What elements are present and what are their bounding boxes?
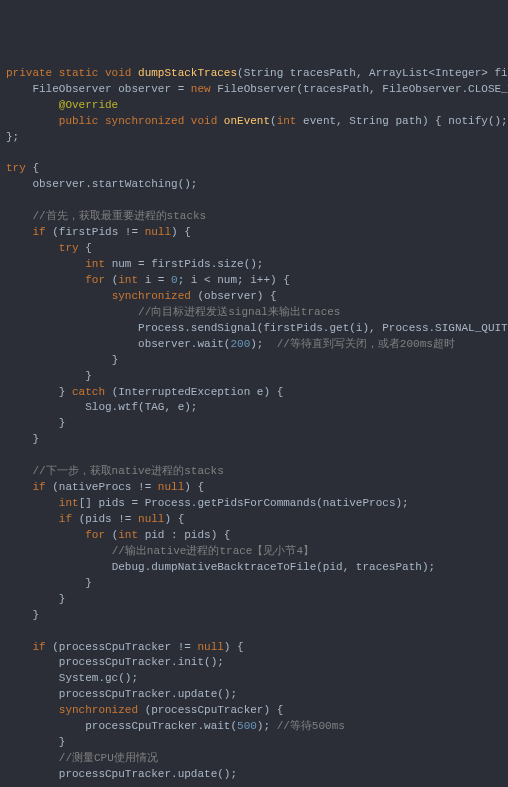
code-line[interactable]: if (firstPids != null) { xyxy=(6,225,508,241)
code-line[interactable]: } xyxy=(6,735,508,751)
indent xyxy=(6,433,32,445)
code-line[interactable]: } xyxy=(6,416,508,432)
token-id: Slog.wtf(TAG, e); xyxy=(85,401,197,413)
token-id: } xyxy=(85,577,92,589)
token-id: ) { xyxy=(164,513,184,525)
token-id: } xyxy=(112,354,119,366)
token-id: } xyxy=(59,386,72,398)
code-line[interactable]: FileObserver observer = new FileObserver… xyxy=(6,82,508,98)
code-line[interactable]: processCpuTracker.init(); xyxy=(6,655,508,671)
token-id: i = xyxy=(145,274,171,286)
indent xyxy=(6,656,59,668)
indent xyxy=(6,641,32,653)
code-line[interactable]: } xyxy=(6,369,508,385)
token-id: } xyxy=(59,417,66,429)
code-line[interactable]: //向目标进程发送signal来输出traces xyxy=(6,305,508,321)
token-kw: for xyxy=(85,529,111,541)
code-line[interactable]: Slog.wtf(TAG, e); xyxy=(6,400,508,416)
token-kw: if xyxy=(32,481,52,493)
code-line[interactable]: Debug.dumpNativeBacktraceToFile(pid, tra… xyxy=(6,560,508,576)
token-id: Process.sendSignal(firstPids.get(i), Pro… xyxy=(138,322,508,334)
code-line[interactable] xyxy=(6,783,508,787)
token-kw: null xyxy=(197,641,223,653)
code-line[interactable]: for (int pid : pids) { xyxy=(6,528,508,544)
code-line[interactable] xyxy=(6,624,508,640)
code-line[interactable]: //下一步，获取native进程的stacks xyxy=(6,464,508,480)
token-ann: @Override xyxy=(59,99,118,111)
token-cm: //测量CPU使用情况 xyxy=(59,752,158,764)
code-line[interactable] xyxy=(6,448,508,464)
indent xyxy=(6,354,112,366)
token-id: } xyxy=(32,609,39,621)
code-line[interactable]: }; xyxy=(6,130,508,146)
code-line[interactable]: observer.startWatching(); xyxy=(6,177,508,193)
indent xyxy=(6,752,59,764)
code-line[interactable]: //输出native进程的trace【见小节4】 xyxy=(6,544,508,560)
code-line[interactable]: } catch (InterruptedException e) { xyxy=(6,385,508,401)
code-line[interactable]: synchronized (observer) { xyxy=(6,289,508,305)
code-line[interactable] xyxy=(6,145,508,161)
token-id: num = firstPids.size(); xyxy=(112,258,264,270)
token-id: FileObserver(tracesPath, FileObserver.CL… xyxy=(217,83,508,95)
token-num: 500 xyxy=(237,720,257,732)
indent xyxy=(6,529,85,541)
code-line[interactable]: @Override xyxy=(6,98,508,114)
token-kw: try xyxy=(6,162,32,174)
indent xyxy=(6,178,32,190)
indent xyxy=(6,688,59,700)
token-kw: new xyxy=(191,83,217,95)
token-id: observer.wait( xyxy=(138,338,230,350)
code-line[interactable]: int[] pids = Process.getPidsForCommands(… xyxy=(6,496,508,512)
code-line[interactable]: if (nativeProcs != null) { xyxy=(6,480,508,496)
token-id: (firstPids != xyxy=(52,226,144,238)
code-line[interactable]: //测量CPU使用情况 xyxy=(6,751,508,767)
code-line[interactable]: processCpuTracker.wait(500); //等待500ms xyxy=(6,719,508,735)
code-line[interactable]: for (int i = 0; i < num; i++) { xyxy=(6,273,508,289)
token-id: ; i < num; i++) { xyxy=(178,274,290,286)
token-kw: int xyxy=(118,529,144,541)
code-line[interactable]: } xyxy=(6,608,508,624)
code-line[interactable]: Process.sendSignal(firstPids.get(i), Pro… xyxy=(6,321,508,337)
code-editor-viewport[interactable]: private static void dumpStackTraces(Stri… xyxy=(6,66,508,787)
token-kw: int xyxy=(118,274,144,286)
token-id: pid : pids) { xyxy=(145,529,231,541)
token-id: ); xyxy=(250,338,276,350)
token-cm: //向目标进程发送signal来输出traces xyxy=(138,306,340,318)
code-line[interactable]: //首先，获取最重要进程的stacks xyxy=(6,209,508,225)
code-line[interactable]: try { xyxy=(6,241,508,257)
token-id: (nativeProcs != xyxy=(52,481,158,493)
code-line[interactable]: processCpuTracker.update(); xyxy=(6,767,508,783)
token-id: [] pids = Process.getPidsForCommands(nat… xyxy=(79,497,409,509)
token-id: ); xyxy=(257,720,277,732)
code-line[interactable]: public synchronized void onEvent(int eve… xyxy=(6,114,508,130)
token-cm: //首先，获取最重要进程的stacks xyxy=(32,210,206,222)
token-kw: if xyxy=(32,641,52,653)
code-line[interactable]: if (processCpuTracker != null) { xyxy=(6,640,508,656)
token-id: ( xyxy=(270,115,277,127)
code-line[interactable] xyxy=(6,193,508,209)
token-id: { xyxy=(85,242,92,254)
code-line[interactable]: processCpuTracker.update(); xyxy=(6,687,508,703)
code-line[interactable]: } xyxy=(6,592,508,608)
code-line[interactable]: private static void dumpStackTraces(Stri… xyxy=(6,66,508,82)
code-line[interactable]: int num = firstPids.size(); xyxy=(6,257,508,273)
code-line[interactable]: synchronized (processCpuTracker) { xyxy=(6,703,508,719)
code-line[interactable]: observer.wait(200); //等待直到写关闭，或者200ms超时 xyxy=(6,337,508,353)
code-line[interactable]: } xyxy=(6,576,508,592)
indent xyxy=(6,593,59,605)
code-line[interactable]: try { xyxy=(6,161,508,177)
token-id: } xyxy=(85,370,92,382)
token-id: processCpuTracker.init(); xyxy=(59,656,224,668)
token-kw: catch xyxy=(72,386,112,398)
token-fn: dumpStackTraces xyxy=(138,67,237,79)
token-kw: for xyxy=(85,274,111,286)
code-line[interactable]: } xyxy=(6,432,508,448)
indent xyxy=(6,338,138,350)
code-line[interactable]: if (pids != null) { xyxy=(6,512,508,528)
token-id xyxy=(32,449,39,461)
token-cm: //下一步，获取native进程的stacks xyxy=(32,465,223,477)
token-fn: onEvent xyxy=(224,115,270,127)
token-id: event, String path) { notify(); } xyxy=(303,115,508,127)
code-line[interactable]: } xyxy=(6,353,508,369)
code-line[interactable]: System.gc(); xyxy=(6,671,508,687)
